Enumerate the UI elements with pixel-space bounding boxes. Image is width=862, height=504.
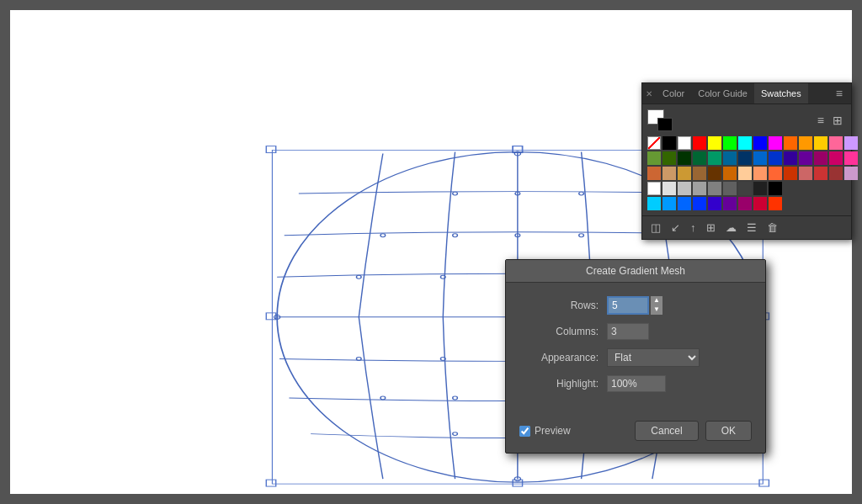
swatch-cell[interactable] — [769, 151, 782, 165]
swatch-cell[interactable] — [814, 167, 827, 180]
swatch-cell[interactable] — [708, 182, 721, 195]
swatch-cell[interactable] — [769, 182, 782, 195]
panel-menu-icon[interactable]: ≡ — [831, 83, 848, 103]
ok-button[interactable]: OK — [705, 421, 752, 441]
swatch-row — [647, 167, 846, 180]
swatch-new-icon[interactable]: ☰ — [743, 220, 760, 236]
swatch-cell[interactable] — [738, 151, 752, 165]
swatch-cell[interactable] — [799, 136, 812, 150]
swatch-cell[interactable] — [769, 136, 782, 150]
swatch-cell[interactable] — [647, 167, 661, 180]
cancel-button[interactable]: Cancel — [635, 421, 698, 441]
swatch-cell[interactable] — [753, 182, 767, 195]
swatch-cell[interactable] — [693, 151, 706, 165]
tab-swatches[interactable]: Swatches — [754, 83, 808, 103]
swatch-cell[interactable] — [723, 197, 737, 210]
swatch-cell[interactable] — [647, 182, 661, 195]
swatch-cell[interactable] — [738, 167, 752, 180]
swatch-cell[interactable] — [784, 136, 797, 150]
swatch-cell[interactable] — [693, 136, 706, 150]
rows-decrement-button[interactable]: ▼ — [651, 305, 662, 315]
grid-view-icon[interactable]: ⊞ — [829, 112, 846, 129]
fg-bg-swatch[interactable] — [647, 109, 673, 131]
swatch-row — [647, 151, 846, 165]
swatch-delete-icon[interactable]: 🗑 — [764, 220, 781, 236]
tab-color-guide[interactable]: Color Guide — [691, 83, 754, 103]
swatch-cell[interactable] — [753, 197, 767, 210]
panel-body: ≡ ⊞ — [642, 104, 851, 215]
tab-color[interactable]: Color — [656, 83, 691, 103]
swatch-cell[interactable] — [693, 182, 706, 195]
panel-close-icon[interactable]: ✕ — [646, 89, 652, 98]
swatch-cell[interactable] — [784, 167, 797, 180]
swatch-add-icon[interactable]: ↙ — [668, 220, 684, 236]
columns-label: Columns: — [523, 326, 599, 337]
swatch-cloud-icon[interactable]: ☁ — [722, 220, 740, 236]
swatch-cell[interactable] — [844, 167, 858, 180]
swatch-cell[interactable] — [814, 136, 827, 150]
swatch-cell[interactable] — [678, 182, 691, 195]
highlight-input[interactable] — [607, 375, 666, 392]
swatch-cell[interactable] — [678, 136, 691, 150]
swatch-cell[interactable] — [693, 167, 706, 180]
swatch-cell[interactable] — [784, 151, 797, 165]
swatch-cell[interactable] — [799, 151, 812, 165]
swatch-cell[interactable] — [738, 197, 752, 210]
svg-point-18 — [579, 192, 584, 195]
columns-input[interactable] — [607, 323, 649, 340]
swatch-cell[interactable] — [708, 197, 721, 210]
swatch-cell[interactable] — [662, 136, 676, 150]
swatch-cell[interactable] — [708, 136, 721, 150]
swatch-cell[interactable] — [814, 151, 827, 165]
swatch-folder-icon[interactable]: ⊞ — [703, 220, 719, 236]
swatch-cell[interactable] — [829, 136, 843, 150]
panel-tabs: ✕ Color Color Guide Swatches ≡ — [642, 83, 851, 104]
swatch-cell[interactable] — [753, 167, 767, 180]
preview-checkbox[interactable] — [519, 426, 530, 437]
swatch-cell[interactable] — [662, 197, 676, 210]
list-view-icon[interactable]: ≡ — [814, 112, 827, 129]
svg-point-16 — [453, 192, 458, 195]
swatch-cell[interactable] — [678, 167, 691, 180]
swatch-cell[interactable] — [678, 197, 691, 210]
swatch-library-icon[interactable]: ◫ — [647, 220, 664, 236]
swatch-cell[interactable] — [753, 151, 767, 165]
swatch-cell[interactable] — [844, 151, 858, 165]
appearance-label: Appearance: — [523, 352, 599, 363]
swatch-cell[interactable] — [723, 151, 737, 165]
swatch-cell[interactable] — [708, 167, 721, 180]
swatch-cell[interactable] — [647, 197, 661, 210]
swatch-cell[interactable] — [799, 167, 812, 180]
swatch-cell[interactable] — [769, 197, 782, 210]
preview-checkbox-group: Preview — [519, 425, 628, 437]
rows-increment-button[interactable]: ▲ — [651, 296, 662, 305]
swatch-cell[interactable] — [723, 167, 737, 180]
appearance-select[interactable]: Flat To Center To Edge — [607, 348, 700, 367]
swatch-cell[interactable] — [647, 151, 661, 165]
swatch-cell[interactable] — [769, 167, 782, 180]
swatch-cell[interactable] — [829, 167, 843, 180]
swatch-cell[interactable] — [723, 136, 737, 150]
swatch-cell[interactable] — [647, 136, 661, 150]
swatch-cell[interactable] — [829, 151, 843, 165]
swatch-cell[interactable] — [708, 151, 721, 165]
swatch-save-icon[interactable]: ↑ — [687, 220, 700, 236]
dialog-title: Create Gradient Mesh — [506, 260, 765, 283]
swatch-grid — [647, 136, 846, 210]
highlight-label: Highlight: — [523, 378, 599, 390]
background-swatch[interactable] — [657, 118, 673, 131]
swatch-cell[interactable] — [662, 182, 676, 195]
swatch-cell[interactable] — [844, 136, 858, 150]
swatch-cell[interactable] — [662, 151, 676, 165]
svg-point-33 — [380, 396, 386, 400]
swatch-cell[interactable] — [738, 136, 752, 150]
swatch-cell[interactable] — [723, 182, 737, 195]
svg-rect-6 — [266, 480, 275, 486]
swatch-cell[interactable] — [753, 136, 767, 150]
swatch-cell[interactable] — [693, 197, 706, 210]
swatch-cell[interactable] — [738, 182, 752, 195]
swatch-cell[interactable] — [662, 167, 676, 180]
svg-point-24 — [356, 275, 361, 279]
swatch-cell[interactable] — [678, 151, 691, 165]
rows-input[interactable] — [607, 296, 649, 315]
